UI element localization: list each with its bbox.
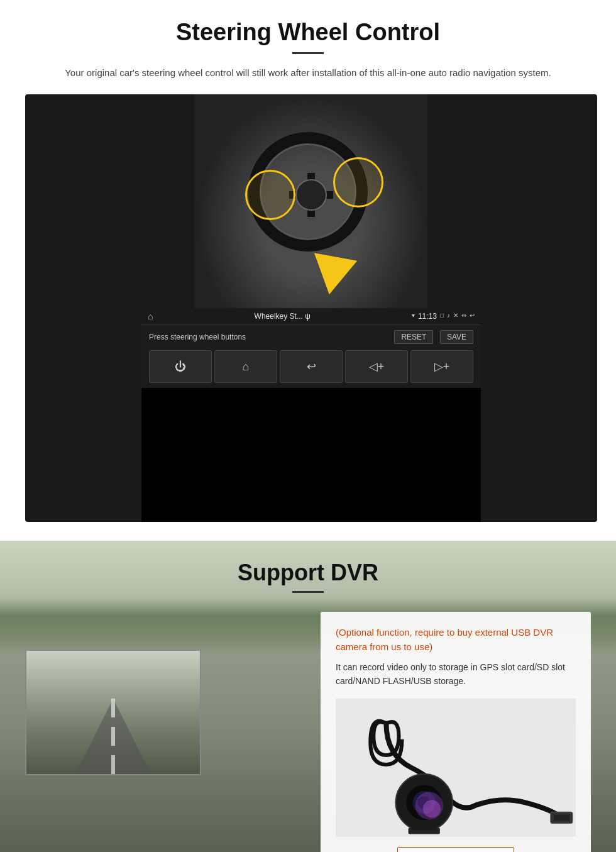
steering-title: Steering Wheel Control — [25, 19, 591, 46]
dvr-description: It can record video only to storage in G… — [336, 660, 576, 689]
svg-point-7 — [423, 800, 441, 817]
steering-description: Your original car's steering wheel contr… — [63, 65, 553, 80]
title-divider — [292, 52, 324, 54]
road-line-3 — [111, 755, 115, 774]
svg-rect-1 — [554, 814, 569, 821]
highlight-circle-right — [333, 157, 383, 207]
save-button[interactable]: SAVE — [440, 330, 473, 344]
volume-icon: ♪ — [447, 312, 450, 321]
screen-btn-vol-down[interactable]: ◁+ — [345, 350, 408, 383]
steering-image-container: ⌂ Wheelkey St... ψ ▾ 11:13 □ ♪ ✕ ⇔ ↩ Pre… — [25, 94, 597, 522]
dvr-camera-image — [336, 699, 576, 837]
dvr-title: Support DVR — [25, 560, 591, 586]
vol-up-icon: ▷+ — [434, 360, 450, 373]
road-line-2 — [111, 727, 115, 746]
svg-rect-9 — [412, 824, 437, 829]
screen-btn-back[interactable]: ↩ — [280, 350, 343, 383]
screen-buttons-grid: ⏻ ⌂ ↩ ◁+ ▷+ — [149, 350, 473, 383]
screen-prompt-row: Press steering wheel buttons RESET SAVE — [149, 330, 473, 344]
road-lines — [111, 699, 115, 774]
road-line-1 — [111, 699, 115, 717]
back-btn-icon: ↩ — [307, 360, 316, 373]
reset-button[interactable]: RESET — [394, 330, 433, 344]
status-icons: ▾ 11:13 □ ♪ ✕ ⇔ ↩ — [412, 312, 475, 321]
highlight-circle-left — [245, 170, 295, 220]
screen-btn-vol-up[interactable]: ▷+ — [410, 350, 473, 383]
dvr-road-thumbnail — [25, 650, 201, 775]
dvr-content-row: (Optional function, require to buy exter… — [25, 612, 591, 852]
screen-prompt-text: Press steering wheel buttons — [149, 333, 246, 341]
dvr-info-card: (Optional function, require to buy exter… — [321, 612, 591, 852]
power-icon: ⏻ — [175, 360, 186, 373]
dvr-camera-svg — [336, 699, 576, 837]
screen-app-name: Wheelkey St... ψ — [158, 312, 406, 321]
close-icon: ✕ — [453, 312, 458, 321]
steering-section: Steering Wheel Control Your original car… — [0, 0, 616, 534]
screen-btn-power[interactable]: ⏻ — [149, 350, 212, 383]
wifi-icon: ▾ — [412, 312, 415, 321]
steering-photo — [195, 94, 427, 308]
home-btn-icon: ⌂ — [243, 360, 250, 373]
vol-down-icon: ◁+ — [369, 360, 385, 373]
screen-content: Press steering wheel buttons RESET SAVE … — [141, 325, 481, 388]
optional-function-button[interactable]: Optional Function — [397, 847, 514, 852]
screen-action-buttons: RESET SAVE — [390, 330, 473, 344]
back-icon: ↩ — [470, 312, 475, 321]
camera-icon: □ — [440, 312, 444, 321]
screen-btn-home[interactable]: ⌂ — [214, 350, 277, 383]
dvr-section-inner: Support DVR (Optional function, require … — [0, 541, 616, 852]
swap-icon: ⇔ — [461, 312, 466, 321]
dvr-title-divider — [292, 591, 324, 593]
dvr-section: Support DVR (Optional function, require … — [0, 541, 616, 852]
screen-time: 11:13 — [418, 312, 437, 321]
screen-panel: ⌂ Wheelkey St... ψ ▾ 11:13 □ ♪ ✕ ⇔ ↩ Pre… — [141, 308, 481, 522]
home-icon: ⌂ — [148, 311, 153, 321]
screen-statusbar: ⌂ Wheelkey St... ψ ▾ 11:13 □ ♪ ✕ ⇔ ↩ — [141, 308, 481, 325]
dvr-optional-text: (Optional function, require to buy exter… — [336, 626, 576, 654]
